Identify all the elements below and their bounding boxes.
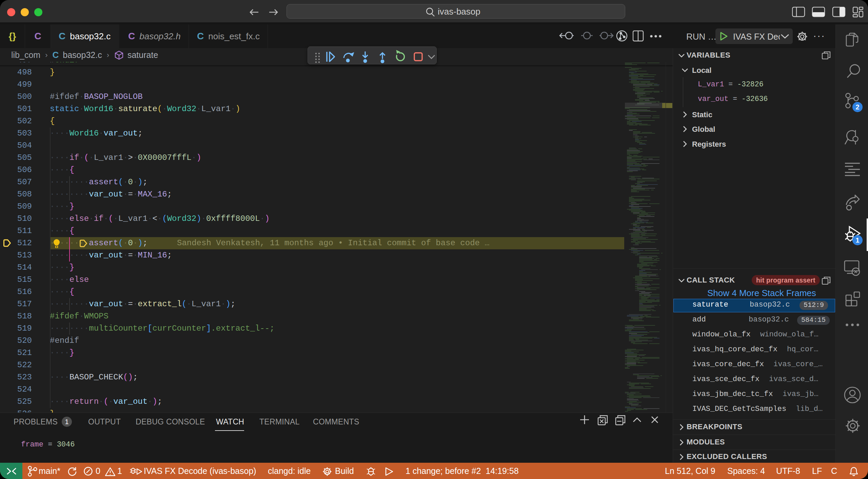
- svg-text:2: 2: [855, 103, 859, 111]
- svg-text:1: 1: [855, 236, 859, 244]
